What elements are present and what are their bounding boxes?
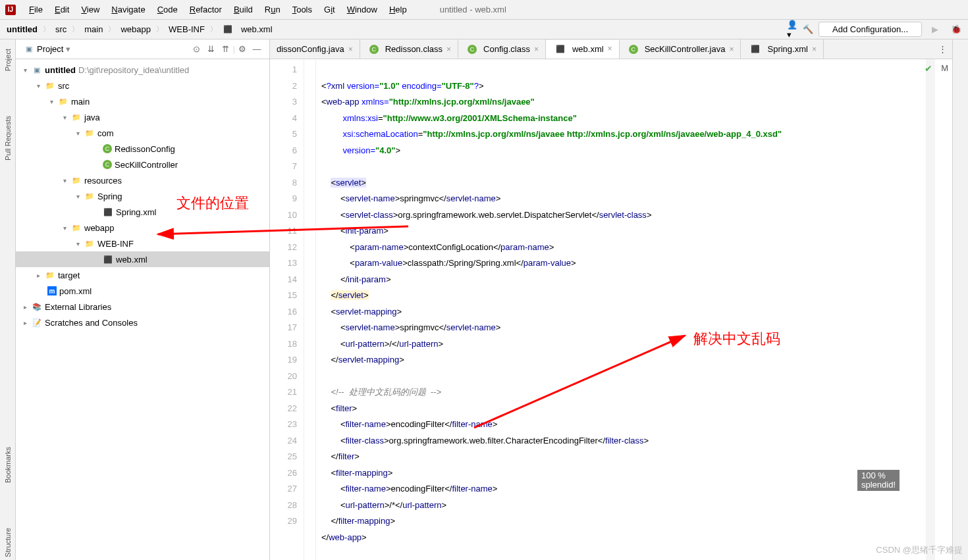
tree-row-com[interactable]: ▾📁com	[16, 125, 269, 141]
tool-tab-bookmarks[interactable]: Bookmarks	[4, 444, 12, 486]
tree-row-root[interactable]: ▾▣untitledD:\git\repository_idea\untitle…	[16, 62, 269, 78]
select-opened-file-icon[interactable]: ⊙	[190, 42, 204, 57]
class-icon: C	[369, 45, 379, 54]
dropdown-icon[interactable]: ▾	[66, 44, 70, 54]
tree-label: target	[58, 270, 80, 280]
menu-tools[interactable]: Tools	[287, 3, 317, 16]
tree-row-resources[interactable]: ▾📁resources	[16, 172, 269, 188]
menu-build[interactable]: Build	[229, 3, 258, 16]
menu-file[interactable]: File	[24, 3, 48, 16]
editor-tabs: dissonConfig.java× CRedisson.class× CCon…	[270, 39, 952, 59]
tab-label: web.xml	[572, 44, 604, 54]
menu-git[interactable]: Git	[319, 3, 340, 16]
inspection-ok-icon[interactable]: ✔	[925, 63, 932, 74]
close-icon[interactable]: ×	[729, 45, 734, 54]
tab-seckill-controller[interactable]: CSecKillController.java×	[620, 39, 741, 59]
menu-edit[interactable]: Edit	[49, 3, 74, 16]
settings-icon[interactable]: ⚙	[235, 42, 250, 57]
tree-label: main	[71, 97, 90, 107]
menu-code[interactable]: Code	[152, 3, 183, 16]
tree-row-seckill[interactable]: CSecKillController	[16, 157, 269, 172]
tree-row-scratches[interactable]: ▸📝Scratches and Consoles	[16, 315, 269, 330]
hide-icon[interactable]: —	[250, 42, 264, 57]
tree-row-external-libs[interactable]: ▸📚External Libraries	[16, 299, 269, 315]
tool-tab-project[interactable]: Project	[4, 46, 12, 74]
menu-help[interactable]: Help	[384, 3, 412, 16]
user-icon[interactable]: 👤▾	[787, 24, 797, 35]
tab-label: Spring.xml	[767, 44, 807, 54]
window-title: untitled - web.xml	[440, 5, 506, 14]
run-button-icon[interactable]: ▶	[927, 22, 943, 38]
tree-row-src[interactable]: ▾📁src	[16, 78, 269, 93]
crumb-file[interactable]: web.xml	[238, 23, 275, 36]
debug-button-icon[interactable]: 🐞	[948, 22, 964, 38]
menu-navigate[interactable]: Navigate	[106, 3, 150, 16]
tool-tab-pull-requests[interactable]: Pull Requests	[4, 113, 12, 163]
tab-redisson-config[interactable]: dissonConfig.java×	[270, 39, 360, 59]
resources-folder-icon: 📁	[71, 175, 82, 186]
close-icon[interactable]: ×	[608, 44, 612, 53]
add-configuration-button[interactable]: Add Configuration...	[819, 22, 922, 37]
tab-label: Config.class	[483, 44, 530, 54]
tab-label: dissonConfig.java	[277, 44, 344, 54]
menu-run[interactable]: Run	[259, 3, 286, 16]
code-editor[interactable]: 1234567891011121314151617181920212223242…	[270, 59, 952, 560]
tree-row-target[interactable]: ▸📁target	[16, 267, 269, 283]
collapse-all-icon[interactable]: ⇈	[219, 42, 233, 57]
tree-row-main[interactable]: ▾📁main	[16, 93, 269, 109]
expand-all-icon[interactable]: ⇊	[204, 42, 219, 57]
tree-row-spring-xml[interactable]: ⬛Spring.xml	[16, 204, 269, 220]
module-icon: ▣	[32, 64, 42, 75]
tab-redisson-class[interactable]: CRedisson.class×	[360, 39, 458, 59]
project-tool-window: ▣ Project ▾ ⊙ ⇊ ⇈ | ⚙ — ▾▣untitledD:\git…	[16, 39, 270, 560]
chevron-right-icon: 〉	[108, 24, 115, 34]
folder-icon: 📁	[58, 96, 68, 107]
tree-label: pom.xml	[59, 286, 92, 296]
menu-refactor[interactable]: Refactor	[184, 3, 227, 16]
close-icon[interactable]: ×	[446, 45, 451, 54]
tree-row-java[interactable]: ▾📁java	[16, 109, 269, 125]
tree-row-redisson-config[interactable]: CRedissonConfig	[16, 141, 269, 157]
crumb-src[interactable]: src	[53, 23, 69, 36]
tree-row-spring-folder[interactable]: ▾📁Spring	[16, 188, 269, 204]
project-tree[interactable]: ▾▣untitledD:\git\repository_idea\untitle…	[16, 59, 269, 560]
close-icon[interactable]: ×	[812, 45, 817, 54]
tree-row-webapp[interactable]: ▾📁webapp	[16, 220, 269, 236]
tree-row-pom[interactable]: mpom.xml	[16, 283, 269, 299]
tree-row-webinf[interactable]: ▾📁WEB-INF	[16, 236, 269, 251]
tree-label: untitled	[45, 65, 76, 75]
menu-view[interactable]: View	[76, 3, 105, 16]
spring-config-icon: ⬛	[750, 44, 761, 55]
editor-scrollbar[interactable]	[926, 59, 935, 560]
crumb-main[interactable]: main	[82, 23, 105, 36]
crumb-root[interactable]: untitled	[4, 23, 40, 36]
scratches-icon: 📝	[32, 317, 42, 328]
crumb-webapp[interactable]: webapp	[118, 23, 153, 36]
tab-spring-xml[interactable]: ⬛Spring.xml×	[741, 39, 823, 59]
close-icon[interactable]: ×	[348, 45, 353, 54]
tree-row-web-xml[interactable]: ⬛web.xml	[16, 251, 269, 267]
xml-file-icon: ⬛	[103, 254, 113, 265]
build-icon[interactable]: 🔨	[803, 24, 813, 35]
tab-label: SecKillController.java	[645, 44, 726, 54]
crumb-webinf[interactable]: WEB-INF	[166, 23, 207, 36]
fold-gutter[interactable]	[304, 59, 316, 560]
project-panel-title: Project	[37, 44, 63, 54]
class-icon: C	[103, 144, 112, 153]
menu-bar: IJ File Edit View Navigate Code Refactor…	[0, 0, 968, 20]
tool-tab-structure[interactable]: Structure	[4, 525, 12, 560]
left-tool-strip: Project Pull Requests Bookmarks Structur…	[0, 39, 16, 560]
line-number-gutter: 1234567891011121314151617181920212223242…	[270, 59, 304, 560]
tab-config-class[interactable]: CConfig.class×	[458, 39, 546, 59]
close-icon[interactable]: ×	[534, 45, 539, 54]
tab-web-xml[interactable]: ⬛web.xml×	[546, 40, 620, 59]
menu-window[interactable]: Window	[342, 3, 383, 16]
tree-label: web.xml	[116, 255, 148, 265]
tree-label: java	[84, 113, 100, 122]
project-panel-header: ▣ Project ▾ ⊙ ⇊ ⇈ | ⚙ —	[16, 39, 269, 59]
excluded-folder-icon: 📁	[45, 270, 55, 280]
more-tabs-icon[interactable]: ⋮	[933, 44, 952, 54]
inspection-tooltip: 100 %splendid!	[857, 470, 900, 491]
tree-label: SecKillController	[115, 160, 178, 170]
chevron-right-icon: 〉	[72, 24, 79, 34]
